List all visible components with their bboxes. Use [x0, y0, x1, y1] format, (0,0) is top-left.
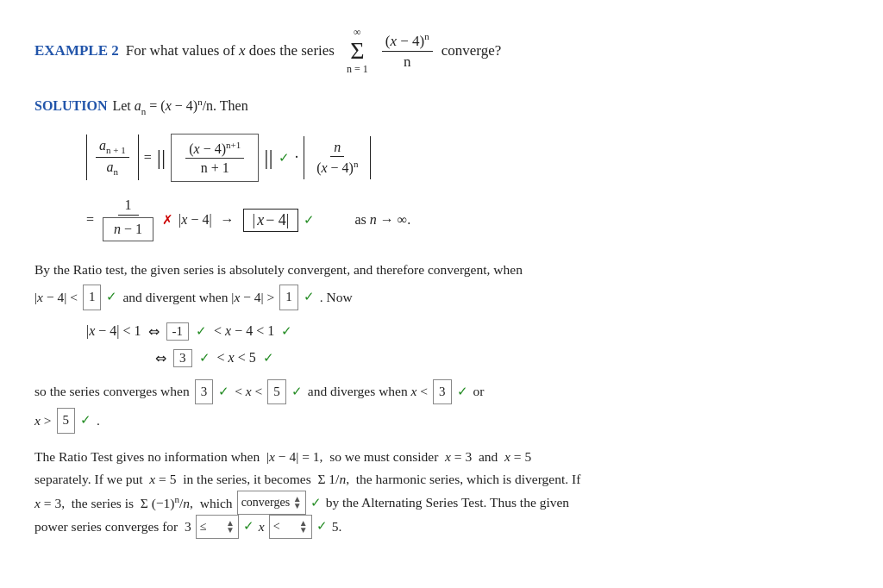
limit-den-wrapper: n − 1	[99, 216, 157, 243]
select-label: converges	[241, 492, 291, 513]
lt-arrow-down: ▼	[299, 527, 308, 534]
final-val: 5.	[332, 516, 342, 538]
conclusion-line-2: x > 5 ✓ .	[34, 408, 849, 434]
solution-intro: SOLUTION Let an = (x − 4)n/n. Then	[34, 97, 849, 116]
rhs-den: n + 1	[197, 159, 233, 176]
diverges-text: and diverges when x <	[308, 380, 428, 403]
info-text-4a: power series converges for 3	[34, 516, 191, 538]
check-1: ✓	[279, 150, 290, 166]
series-denominator: n	[400, 52, 415, 71]
rhs-num: (x − 4)n+1	[185, 140, 244, 159]
lhs-abs: an + 1 an	[86, 134, 139, 179]
equiv-block: |x − 4| < 1 ⇔ -1 ✓ < x − 4 < 1 ✓ ⇔ 3 ✓ <…	[86, 322, 849, 367]
leq-arrow-down: ▼	[226, 527, 235, 534]
x-gt-text: x >	[34, 410, 52, 432]
lhs-den: an	[103, 158, 122, 177]
check-5: ✓	[196, 323, 207, 339]
converge-text: converge?	[442, 42, 502, 59]
check-11: ✓	[457, 381, 468, 403]
example-header: EXAMPLE 2 For what values of x does the …	[34, 26, 849, 76]
rhs2-num: n	[330, 140, 344, 157]
now-text: . Now	[320, 286, 353, 309]
sum-sigma: Σ	[350, 39, 364, 63]
bar-right-2: |	[268, 147, 272, 169]
limit-num: 1	[118, 197, 139, 216]
limit-row: = 1 n − 1 ✗ |x − 4| → |x − 4| ✓ as n → ∞…	[86, 197, 849, 243]
eq-sign-2: =	[86, 212, 94, 228]
info-text-3a: x = 3, the series is Σ (−1)n/n, which	[34, 491, 233, 516]
select-arrows: ▲ ▼	[293, 496, 302, 510]
check-8: ✓	[263, 350, 274, 366]
abs-x4-1: |x − 4|	[178, 212, 212, 228]
equiv-ineq-2: < x < 5	[217, 350, 256, 366]
info-text-3d: by the Alternating Series Test. Thus the…	[326, 491, 569, 514]
leq-arrows: ▲ ▼	[226, 520, 235, 534]
info-line-4: power series converges for 3 ≤ ▲ ▼ ✓ x <…	[34, 515, 849, 539]
check-10: ✓	[291, 381, 303, 403]
double-bar-left: | |	[157, 147, 166, 169]
equiv-val-1[interactable]: -1	[166, 322, 190, 341]
converges-text: so the series converges when	[34, 380, 190, 403]
check-15: ✓	[316, 516, 328, 538]
solution-label: SOLUTION	[34, 98, 107, 114]
lt-label: <	[273, 516, 280, 537]
leq-select[interactable]: ≤ ▲ ▼	[196, 515, 239, 539]
ratio-test-info-block: The Ratio Test gives no information when…	[34, 446, 849, 539]
rhs2-fraction: n (x − 4)n	[313, 140, 361, 176]
or-text: or	[473, 380, 485, 403]
check-13: ✓	[310, 492, 322, 515]
math-block: an + 1 an = | | (x − 4)n+1 n + 1 | | ✓ ·…	[86, 134, 849, 243]
conclusion-line-1: so the series converges when 3 ✓ < x < 5…	[34, 379, 849, 405]
limit-fraction: 1 n − 1	[99, 197, 157, 243]
rhs2-abs: n (x − 4)n	[304, 136, 371, 179]
info-line-2: separately. If we put x = 5 in the serie…	[34, 468, 849, 491]
series-exp: n	[424, 31, 429, 41]
ratio-line-1: By the Ratio test, the given series is a…	[34, 259, 849, 281]
div-val-1[interactable]: 3	[433, 379, 452, 405]
converges-select[interactable]: converges ▲ ▼	[237, 491, 306, 515]
check-2: ✓	[304, 212, 315, 228]
info-line-3: x = 3, the series is Σ (−1)n/n, which co…	[34, 491, 849, 515]
solution-text: Let an = (x − 4)n/n. Then	[112, 97, 247, 116]
limit-den-text: n − 1	[114, 222, 142, 237]
val-2-input[interactable]: 1	[279, 285, 298, 310]
rhs2-den: (x − 4)n	[313, 157, 361, 176]
check-6: ✓	[281, 323, 292, 339]
as-n-inf: as n → ∞.	[354, 212, 410, 228]
double-bar-right: | |	[264, 147, 272, 169]
abs-cond-1: |x − 4| <	[34, 286, 78, 309]
conv-val-2[interactable]: 5	[267, 379, 286, 405]
check-7: ✓	[199, 350, 210, 366]
lt-arrows: ▲ ▼	[299, 520, 308, 534]
dot-end: .	[97, 410, 100, 432]
lhs-num: an + 1	[96, 138, 129, 157]
series-fraction: (x − 4)n n	[382, 31, 433, 71]
lt-select[interactable]: < ▲ ▼	[269, 515, 312, 539]
check-12: ✓	[80, 410, 91, 432]
example-label: EXAMPLE 2	[34, 42, 119, 59]
equiv-ineq-1: < x − 4 < 1	[214, 323, 274, 339]
rhs-fraction-box: (x − 4)n+1 n + 1	[171, 134, 259, 182]
equiv-row-2: ⇔ 3 ✓ < x < 5 ✓	[155, 349, 849, 367]
check-14: ✓	[243, 516, 254, 538]
info-line-1: The Ratio Test gives no information when…	[34, 446, 849, 468]
ratio-row: an + 1 an = | | (x − 4)n+1 n + 1 | | ✓ ·…	[86, 134, 849, 182]
ratio-test-para: By the Ratio test, the given series is a…	[34, 259, 849, 310]
check-3: ✓	[106, 286, 117, 309]
cross-1: ✗	[162, 212, 173, 228]
equiv-row-1: |x − 4| < 1 ⇔ -1 ✓ < x − 4 < 1 ✓	[86, 322, 849, 341]
equiv-val-2[interactable]: 3	[173, 349, 192, 367]
conclusion-block: so the series converges when 3 ✓ < x < 5…	[34, 379, 849, 434]
summation: ∞ Σ n = 1	[347, 26, 368, 76]
div-val-2[interactable]: 5	[57, 408, 76, 434]
conv-val-1[interactable]: 3	[195, 379, 214, 405]
val-1-input[interactable]: 1	[83, 285, 102, 310]
limit-result-box: |x − 4|	[243, 209, 299, 232]
question-text: For what values of x does the series	[126, 42, 335, 59]
dot-multiply: ·	[295, 148, 299, 166]
bar-left-2: |	[161, 147, 166, 169]
x-var: x	[259, 516, 265, 538]
arrow-down: ▼	[293, 503, 302, 510]
check-4: ✓	[304, 286, 315, 309]
series-numerator: (x − 4)n	[382, 31, 433, 52]
